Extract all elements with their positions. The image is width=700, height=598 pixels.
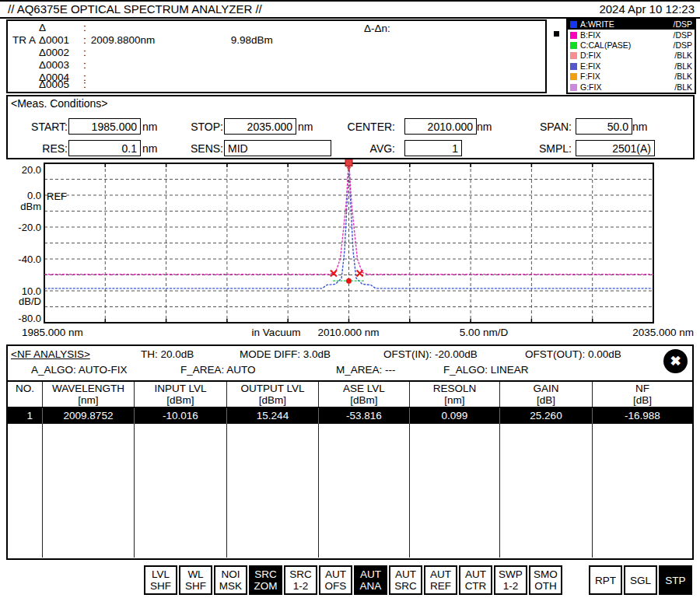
avg-label: AVG: [341, 142, 395, 155]
legend-row-c[interactable]: C:CAL(PASE)/DSP [568, 40, 695, 51]
nf-a-algo-param: A_ALGO: AUTO-FIX [31, 364, 128, 376]
softkey-src-1-2[interactable]: SRC1-2 [284, 565, 317, 595]
trace-name: C:CAL(PASE) [580, 41, 673, 50]
softkey-lvl-shf[interactable]: LVLSHF [144, 565, 177, 595]
softkey-aut-ana[interactable]: AUTANA [354, 565, 387, 595]
softkey-aut-ctr[interactable]: AUTCTR [459, 565, 492, 595]
stop-input[interactable]: 2035.000 [224, 118, 296, 135]
start-input[interactable]: 1985.000 [68, 118, 141, 135]
trace-name: D:FIX [580, 51, 674, 60]
datetime: 2024 Apr 10 12:23 [599, 2, 695, 16]
softkey-rpt[interactable]: RPT [589, 565, 622, 595]
nf-table-empty-body [8, 424, 692, 558]
cell-input-lvl: -10.016 [135, 408, 227, 424]
x-axis-center-label: 2010.000 nm [306, 327, 391, 339]
close-icon[interactable]: ✖ [663, 349, 688, 373]
marker-name: Δ0002 [39, 47, 83, 58]
stop-label: STOP: [169, 121, 223, 133]
nf-th-param: TH: 20.0dB [141, 348, 194, 360]
y-axis-unit-dbm: dBm [2, 201, 41, 212]
spectrum-chart [0, 159, 700, 342]
softkey-src-zom[interactable]: SRCZOM [249, 565, 282, 595]
col-header-gain: GAIN[dB] [500, 382, 593, 407]
sens-label: SENS: [169, 142, 223, 155]
legend-row-b[interactable]: B:FIX/DSP [568, 30, 695, 40]
marker-row: Δ0001:2009.8800nm9.98dBm [39, 34, 273, 47]
marker-info-panel: TR A Δ-Δn: Δ: Δ0001:2009.8800nm9.98dBm Δ… [6, 19, 547, 93]
softkey-smo-oth[interactable]: SMOOTH [529, 565, 562, 595]
osa-screen: // AQ6375E OPTICAL SPECTRUM ANALYZER // … [0, 0, 700, 598]
trace-name: B:FIX [580, 31, 673, 40]
trace-color-swatch [570, 73, 577, 80]
trace-color-swatch [570, 63, 577, 70]
legend-row-f[interactable]: F:FIX/BLK [568, 72, 695, 82]
softkey-bar: LVLSHF WLSHF NOIMSK SRCZOM SRC1-2 AUTOFS… [144, 565, 562, 595]
span-label: SPAN: [517, 121, 572, 133]
softkey-swp-1-2[interactable]: SWP1-2 [494, 565, 527, 595]
y-axis-scale: 10.0 [2, 285, 41, 296]
y-axis-scale-unit: dB/D [2, 296, 41, 306]
y-axis-label-m20: -20.0 [2, 222, 41, 233]
span-unit: nm [632, 121, 647, 133]
trace-color-swatch [570, 21, 577, 28]
sens-input[interactable]: MID [224, 140, 331, 156]
trace-color-swatch [570, 84, 577, 91]
softkey-aut-ofs[interactable]: AUTOFS [319, 565, 352, 595]
cell-nf: -16.988 [593, 408, 692, 424]
trace-mode: /BLK [674, 51, 692, 60]
col-header-wavelength: WAVELENGTH[nm] [43, 382, 135, 407]
avg-input[interactable]: 1 [404, 140, 462, 156]
cell-ase-lvl: -53.816 [319, 408, 410, 424]
col-header-output-lvl: OUTPUT LVL[dBm] [227, 382, 319, 407]
span-input[interactable]: 50.0 [576, 118, 632, 135]
legend-row-e[interactable]: E:FIX/BLK [568, 61, 695, 72]
nf-table-header: NO. WAVELENGTH[nm] INPUT LVL[dBm] OUTPUT… [8, 380, 692, 408]
y-axis-label-m40: -40.0 [2, 254, 41, 264]
table-row[interactable]: 1 2009.8752 -10.016 15.244 -53.816 0.099… [8, 408, 692, 424]
col-header-input-lvl: INPUT LVL[dBm] [135, 382, 227, 407]
trace-mode: /DSP [673, 41, 692, 50]
softkey-sgl[interactable]: SGL [624, 565, 657, 595]
marker-row: Δ0003: [39, 59, 231, 72]
marker-row: Δ0002: [39, 47, 231, 59]
trace-mode: /BLK [674, 83, 692, 92]
trace-name: G:FIX [580, 83, 674, 92]
marker-wavelength: 2009.8800nm [91, 34, 231, 46]
softkey-noi-msk[interactable]: NOIMSK [214, 565, 247, 595]
trace-color-swatch [570, 32, 577, 39]
start-unit: nm [142, 121, 157, 133]
trace-name: A:WRITE [580, 20, 673, 29]
marker-level: 9.98dBm [231, 34, 273, 46]
legend-row-d[interactable]: D:FIX/BLK [568, 51, 695, 61]
nf-f-area-param: F_AREA: AUTO [180, 364, 256, 376]
stop-unit: nm [298, 121, 313, 133]
y-axis-label-m80: -80.0 [2, 313, 41, 323]
trace-color-swatch [570, 52, 577, 59]
softkey-aut-src[interactable]: AUTSRC [389, 565, 422, 595]
marker-name: Δ [39, 22, 83, 33]
center-input[interactable]: 2010.000 [404, 118, 477, 135]
nf-modediff-param: MODE DIFF: 3.0dB [240, 348, 331, 360]
nf-ofst-in-param: OFST(IN): -20.00dB [383, 348, 478, 360]
meas-conditions-title: <Meas. Conditions> [11, 97, 108, 110]
trace-mode: /DSP [673, 20, 692, 29]
res-input[interactable]: 0.1 [68, 140, 141, 156]
smpl-label: SMPL: [517, 142, 572, 155]
nf-f-algo-param: F_ALGO: LINEAR [443, 364, 529, 376]
legend-row-g[interactable]: G:FIX/BLK [568, 82, 695, 93]
x-axis-start-label: 1985.000 nm [22, 327, 83, 339]
cell-gain: 25.260 [500, 408, 593, 424]
app-title: // AQ6375E OPTICAL SPECTRUM ANALYZER // [8, 2, 262, 16]
softkey-stp[interactable]: STP [659, 565, 692, 595]
trace-mode: /BLK [674, 62, 692, 71]
marker-name: Δ0001 [39, 34, 83, 46]
trace-name: F:FIX [580, 72, 674, 81]
smpl-input[interactable]: 2501(A) [576, 140, 655, 156]
marker-name: Δ0003 [39, 59, 83, 71]
trace-color-swatch [570, 42, 577, 49]
x-axis-perdiv-label: 5.00 nm/D [441, 327, 527, 339]
trace-mode: /BLK [674, 72, 692, 81]
softkey-aut-ref[interactable]: AUTREF [424, 565, 457, 595]
legend-row-a[interactable]: A:WRITE/DSP [568, 19, 695, 30]
softkey-wl-shf[interactable]: WLSHF [179, 565, 212, 595]
